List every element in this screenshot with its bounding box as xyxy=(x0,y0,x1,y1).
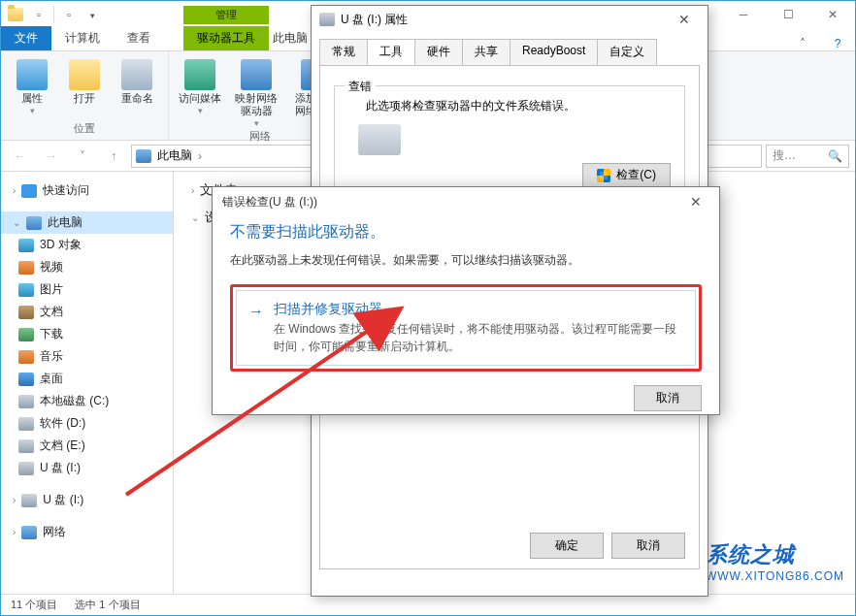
document-icon xyxy=(18,306,34,319)
cancel-button[interactable]: 取消 xyxy=(634,385,702,411)
error-check-groupbox: 查错 此选项将检查驱动器中的文件系统错误。 检查(C) xyxy=(334,85,685,202)
properties-label: 属性 xyxy=(21,92,43,105)
sidebar-music[interactable]: 音乐 xyxy=(1,345,173,368)
tab-tools[interactable]: 工具 xyxy=(367,39,415,65)
qat-dropdown-icon[interactable] xyxy=(82,4,103,25)
breadcrumb-root[interactable]: 此电脑 xyxy=(157,147,192,164)
tab-hardware[interactable]: 硬件 xyxy=(414,39,463,65)
sidebar: › 快速访问 ⌄ 此电脑 3D 对象 视频 图片 文档 下载 音乐 桌面 本地磁… xyxy=(1,172,174,594)
minimize-button[interactable]: ─ xyxy=(721,1,766,28)
sidebar-quick-access[interactable]: › 快速访问 xyxy=(1,179,173,202)
chevron-down-icon: ⌄ xyxy=(13,217,20,228)
cube-icon xyxy=(18,239,34,252)
tab-file[interactable]: 文件 xyxy=(1,26,51,50)
status-count: 11 个项目 xyxy=(11,598,57,612)
tab-computer[interactable]: 计算机 xyxy=(51,26,114,50)
shield-icon xyxy=(597,169,610,182)
nav-back-button[interactable]: ← xyxy=(7,144,34,169)
nav-forward-button[interactable]: → xyxy=(38,144,65,169)
nav-up-button[interactable]: ↑ xyxy=(100,144,127,169)
chevron-down-icon: ▾ xyxy=(30,107,35,114)
error-check-dialog: 错误检查(U 盘 (I:)) ✕ 不需要扫描此驱动器。 在此驱动器上未发现任何错… xyxy=(212,186,720,415)
sidebar-drive-e[interactable]: 文档 (E:) xyxy=(1,435,173,457)
sidebar-drive-c[interactable]: 本地磁盘 (C:) xyxy=(1,390,173,412)
download-icon xyxy=(18,328,34,341)
sidebar-drive-d[interactable]: 软件 (D:) xyxy=(1,412,173,435)
qat-folder-icon[interactable] xyxy=(5,4,26,25)
sidebar-label: 图片 xyxy=(40,281,63,298)
window-controls: ─ ☐ ✕ xyxy=(721,1,855,28)
ribbon-group-location: 属性 ▾ 打开 重命名 位置 xyxy=(1,51,169,140)
sidebar-drive-usb1[interactable]: U 盘 (I:) xyxy=(1,457,173,479)
chevron-right-icon: › xyxy=(198,149,202,163)
search-placeholder: 搜… xyxy=(773,147,796,164)
pc-icon xyxy=(136,149,151,163)
sidebar-pictures[interactable]: 图片 xyxy=(1,278,173,301)
chevron-down-icon: ▾ xyxy=(198,107,203,114)
sidebar-desktop[interactable]: 桌面 xyxy=(1,368,173,390)
map-network-label: 映射网络 驱动器 xyxy=(235,92,278,117)
sidebar-label: 3D 对象 xyxy=(40,237,82,253)
close-button[interactable]: ✕ xyxy=(682,194,709,210)
group-location-label: 位置 xyxy=(74,119,95,138)
dialog-title: 错误检查(U 盘 (I:)) xyxy=(222,194,317,211)
dialog-headline: 不需要扫描此驱动器。 xyxy=(230,222,702,243)
sidebar-label: 视频 xyxy=(40,259,63,276)
chevron-right-icon: › xyxy=(13,527,16,537)
usb-icon xyxy=(18,462,34,475)
tab-view[interactable]: 查看 xyxy=(114,26,164,50)
rename-label: 重命名 xyxy=(121,92,153,105)
cancel-button[interactable]: 取消 xyxy=(611,533,685,559)
sidebar-documents[interactable]: 文档 xyxy=(1,301,173,323)
status-selected: 选中 1 个项目 xyxy=(75,598,140,612)
properties-button[interactable]: 属性 ▾ xyxy=(9,59,55,114)
sidebar-network[interactable]: ›网络 xyxy=(1,521,173,543)
hdd-icon xyxy=(18,395,34,408)
sidebar-this-pc[interactable]: ⌄ 此电脑 xyxy=(1,211,173,234)
access-media-button[interactable]: 访问媒体 ▾ xyxy=(177,59,223,114)
search-input[interactable]: 搜… 🔍 xyxy=(766,145,849,168)
ribbon-collapse-icon[interactable]: ˄ xyxy=(785,37,820,50)
nav-recent-dropdown[interactable]: ˅ xyxy=(69,144,96,169)
chevron-right-icon: › xyxy=(191,185,194,196)
open-button[interactable]: 打开 xyxy=(61,59,108,105)
ok-button[interactable]: 确定 xyxy=(530,533,604,559)
sidebar-3d-objects[interactable]: 3D 对象 xyxy=(1,234,173,256)
rename-button[interactable]: 重命名 xyxy=(114,59,160,105)
open-icon xyxy=(69,59,100,90)
video-icon xyxy=(18,261,34,275)
qat-paste-icon[interactable]: ▫ xyxy=(58,4,80,25)
sidebar-videos[interactable]: 视频 xyxy=(1,256,173,278)
group-network-label: 网络 xyxy=(249,127,271,146)
sidebar-downloads[interactable]: 下载 xyxy=(1,323,173,345)
window-title: 此电脑 xyxy=(273,30,308,47)
properties-tabs: 常规 工具 硬件 共享 ReadyBoost 自定义 xyxy=(312,33,708,65)
action-description: 在 Windows 查找并修复任何错误时，将不能使用驱动器。该过程可能需要一段时… xyxy=(274,320,683,355)
quick-access-toolbar: ▫ ▫ xyxy=(1,4,103,25)
tab-share[interactable]: 共享 xyxy=(462,39,510,65)
watermark-url: WWW.XITONG86.COM xyxy=(706,569,844,583)
check-button[interactable]: 检查(C) xyxy=(582,163,671,187)
rename-icon xyxy=(121,59,152,90)
star-icon xyxy=(21,184,37,198)
sidebar-label: 软件 (D:) xyxy=(40,415,85,432)
media-icon xyxy=(184,59,215,90)
sidebar-drive-usb2[interactable]: ›U 盘 (I:) xyxy=(1,489,173,511)
sidebar-label: 快速访问 xyxy=(43,182,89,199)
sidebar-label: 网络 xyxy=(43,524,66,540)
maximize-button[interactable]: ☐ xyxy=(766,1,810,28)
tab-readyboost[interactable]: ReadyBoost xyxy=(510,39,598,65)
scan-repair-action[interactable]: → 扫描并修复驱动器 在 Windows 查找并修复任何错误时，将不能使用驱动器… xyxy=(236,290,696,366)
sidebar-label: 音乐 xyxy=(40,348,63,365)
close-button[interactable]: ✕ xyxy=(669,12,700,27)
sidebar-label: U 盘 (I:) xyxy=(40,460,81,476)
map-network-button[interactable]: 映射网络 驱动器 ▾ xyxy=(229,59,283,127)
help-icon[interactable]: ? xyxy=(820,37,855,50)
tab-custom[interactable]: 自定义 xyxy=(597,39,657,65)
qat-check-icon[interactable]: ▫ xyxy=(28,4,49,25)
chevron-right-icon: › xyxy=(13,185,16,196)
close-button[interactable]: ✕ xyxy=(810,1,855,28)
chevron-down-icon: ▾ xyxy=(254,119,259,127)
tab-drive-tools[interactable]: 驱动器工具 xyxy=(183,26,269,50)
tab-general[interactable]: 常规 xyxy=(319,39,368,65)
